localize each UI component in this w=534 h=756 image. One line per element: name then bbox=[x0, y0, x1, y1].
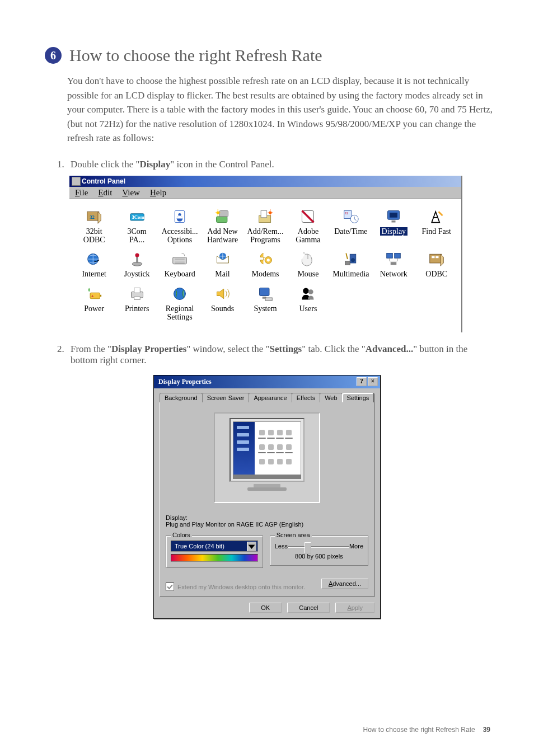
control-panel-item-printers[interactable]: Printers bbox=[116, 284, 157, 323]
control-panel-item-odbc[interactable]: ODBC bbox=[416, 250, 457, 279]
menu-help[interactable]: HelpHelp bbox=[150, 188, 166, 198]
regional-icon bbox=[170, 285, 189, 302]
screen-area-value: 800 by 600 pixels bbox=[275, 553, 363, 560]
control-panel-item-addhw[interactable]: Add NewHardware bbox=[202, 207, 242, 246]
ok-button[interactable]: OK bbox=[249, 603, 282, 613]
mail-icon bbox=[213, 251, 232, 267]
3com-icon: 3Com bbox=[128, 208, 147, 225]
svg-point-23 bbox=[135, 253, 139, 257]
control-panel-item-sounds[interactable]: Sounds bbox=[202, 284, 242, 323]
control-panel-item-keyboard[interactable]: Keyboard bbox=[160, 250, 200, 279]
color-spectrum-bar bbox=[171, 554, 258, 562]
help-button[interactable]: ? bbox=[357, 377, 367, 386]
svg-rect-35 bbox=[432, 256, 434, 259]
close-button[interactable]: × bbox=[368, 377, 378, 386]
window-title: Control Panel bbox=[69, 176, 461, 187]
svg-rect-8 bbox=[219, 210, 228, 217]
tab-background[interactable]: Background bbox=[160, 393, 203, 402]
control-panel-item-gamma[interactable]: AdobeGamma bbox=[288, 207, 328, 246]
menu-edit[interactable]: EditEdit bbox=[98, 188, 112, 198]
control-panel-item-power[interactable]: +Power bbox=[74, 284, 114, 323]
control-panel-item-regional[interactable]: RegionalSettings bbox=[160, 284, 200, 323]
svg-point-47 bbox=[303, 288, 310, 294]
svg-rect-38 bbox=[100, 294, 102, 297]
svg-marker-49 bbox=[248, 544, 255, 549]
control-panel-item-network[interactable]: Network bbox=[373, 250, 414, 279]
screen-area-group: Screen area Less More 800 by 600 pixels bbox=[270, 536, 368, 566]
control-panel-item-joystick[interactable]: Joystick bbox=[116, 250, 157, 279]
window-menubar: FFileile EditEdit ViewView HelpHelp bbox=[69, 187, 461, 199]
tab-screen-saver[interactable]: Screen Saver bbox=[202, 393, 250, 402]
addprog-icon bbox=[256, 208, 275, 225]
tab-web[interactable]: Web bbox=[320, 393, 342, 402]
gamma-icon bbox=[298, 208, 317, 225]
findfast-icon bbox=[427, 208, 446, 225]
svg-text:32: 32 bbox=[90, 214, 95, 219]
svg-rect-41 bbox=[134, 288, 140, 293]
tab-appearance[interactable]: Appearance bbox=[249, 393, 292, 402]
chevron-down-icon bbox=[247, 542, 256, 551]
color-dropdown[interactable]: True Color (24 bit) bbox=[171, 541, 258, 552]
step2-text: From the "Display Properties" window, se… bbox=[71, 344, 495, 366]
extend-desktop-checkbox: Extend my Windows desktop onto this moni… bbox=[166, 583, 305, 591]
control-panel-item-access[interactable]: Accessibi...Options bbox=[160, 207, 200, 246]
tab-settings[interactable]: Settings bbox=[342, 393, 374, 402]
datetime-icon: 12 bbox=[341, 208, 360, 225]
modems-icon bbox=[256, 251, 275, 267]
control-panel-item-system[interactable]: System bbox=[245, 284, 285, 323]
svg-rect-7 bbox=[216, 217, 227, 223]
screen-area-slider[interactable] bbox=[288, 541, 349, 552]
control-panel-item-mouse[interactable]: Mouse bbox=[288, 250, 328, 279]
display-label: Display: bbox=[166, 514, 188, 521]
svg-point-29 bbox=[351, 259, 355, 262]
sounds-icon bbox=[213, 285, 232, 302]
cancel-button[interactable]: Cancel bbox=[287, 603, 330, 613]
apply-button[interactable]: ApplyApply bbox=[335, 603, 374, 613]
control-panel-item-internet[interactable]: Internet bbox=[74, 250, 114, 279]
control-panel-item-modems[interactable]: Modems bbox=[245, 250, 285, 279]
svg-rect-36 bbox=[435, 256, 438, 259]
control-panel-item-mm[interactable]: Multimedia bbox=[331, 250, 371, 279]
network-icon bbox=[384, 251, 403, 267]
svg-rect-32 bbox=[395, 253, 401, 259]
display-properties-dialog: Display Properties ? × BackgroundScreen … bbox=[153, 375, 381, 619]
svg-point-43 bbox=[174, 288, 186, 299]
display-value: Plug and Play Monitor on RAGE IIC AGP (E… bbox=[166, 521, 303, 528]
svg-rect-42 bbox=[134, 297, 140, 299]
control-panel-item-findfast[interactable]: Find Fast bbox=[416, 207, 457, 246]
svg-point-48 bbox=[308, 289, 313, 294]
control-panel-item-display[interactable]: Display bbox=[373, 207, 414, 246]
step1-number: 1. bbox=[57, 159, 71, 170]
svg-rect-34 bbox=[430, 255, 442, 264]
svg-text:12: 12 bbox=[345, 211, 348, 214]
control-panel-item-datetime[interactable]: 12Date/Time bbox=[331, 207, 371, 246]
internet-icon bbox=[85, 251, 104, 267]
svg-text:+: + bbox=[91, 293, 94, 299]
svg-rect-11 bbox=[261, 210, 267, 217]
intro-paragraph: You don't have to choose the highest pos… bbox=[67, 74, 495, 145]
control-panel-item-odbc32[interactable]: 3232bitODBC bbox=[74, 207, 114, 246]
mouse-icon bbox=[298, 251, 317, 267]
menu-view[interactable]: ViewView bbox=[122, 188, 140, 198]
svg-rect-33 bbox=[391, 262, 397, 265]
svg-rect-30 bbox=[345, 261, 350, 265]
menu-file[interactable]: FFileile bbox=[75, 188, 88, 198]
tab-effects[interactable]: Effects bbox=[292, 393, 320, 402]
display-icon bbox=[384, 208, 403, 225]
page-number: 39 bbox=[483, 726, 490, 734]
control-panel-item-mail[interactable]: Mail bbox=[202, 250, 242, 279]
svg-rect-19 bbox=[392, 220, 396, 223]
footer-text: How to choose the right Refresh Rate bbox=[363, 726, 475, 734]
system-icon bbox=[256, 285, 275, 302]
control-panel-item-users[interactable]: Users bbox=[288, 284, 328, 323]
step2-number: 2. bbox=[57, 344, 71, 355]
advanced-button[interactable]: AAdvanced...dvanced... bbox=[321, 579, 368, 589]
odbc-icon bbox=[427, 251, 446, 267]
colors-group: Colors True Color (24 bit) bbox=[166, 536, 263, 568]
svg-rect-22 bbox=[136, 256, 138, 263]
svg-point-27 bbox=[267, 259, 270, 261]
printers-icon bbox=[128, 285, 147, 302]
control-panel-item-3com[interactable]: 3Com3ComPA... bbox=[116, 207, 157, 246]
control-panel-item-addprog[interactable]: Add/Rem...Programs bbox=[245, 207, 285, 246]
access-icon bbox=[170, 208, 189, 225]
